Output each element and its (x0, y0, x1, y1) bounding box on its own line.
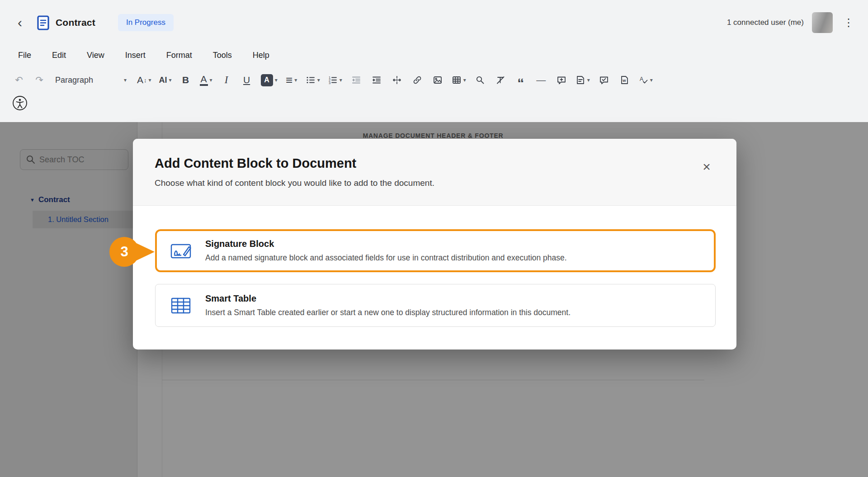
back-button[interactable]: ‹ (11, 14, 29, 32)
highlight-icon: A (261, 74, 273, 86)
indent-icon[interactable] (368, 70, 385, 90)
modal-body: Signature Block Add a named signature bl… (133, 206, 736, 327)
option-text: Smart Table Insert a Smart Table created… (205, 293, 571, 317)
menu-tools[interactable]: Tools (213, 51, 232, 60)
font-size-icon: A (137, 75, 143, 85)
export-word-icon[interactable]: W (616, 70, 632, 90)
connected-users-label: 1 connected user (me) (727, 18, 804, 27)
italic-icon[interactable]: I (218, 70, 235, 90)
option-text: Signature Block Add a named signature bl… (205, 239, 567, 263)
insert-template-dropdown[interactable]: ▾ (574, 70, 592, 90)
insert-image-icon[interactable] (429, 70, 446, 90)
add-comment-icon[interactable] (553, 70, 570, 90)
spellcheck-icon: A (638, 75, 648, 85)
svg-text:W: W (623, 79, 626, 83)
chevron-down-icon: ▾ (340, 77, 342, 83)
secondary-toolbar (0, 95, 868, 122)
avatar[interactable] (812, 12, 833, 33)
table-icon (452, 75, 462, 85)
insert-table-dropdown[interactable]: ▾ (450, 70, 468, 90)
option-title: Smart Table (205, 293, 571, 304)
font-size-arrows-icon: ↕ (144, 77, 147, 84)
chevron-down-icon: ▾ (124, 77, 127, 83)
page-title: Contract (56, 17, 95, 28)
modal-subtitle: Choose what kind of content block you wo… (155, 178, 715, 188)
undo-icon[interactable]: ↶ (11, 70, 27, 90)
chevron-down-icon: ▾ (210, 77, 212, 83)
chevron-down-icon: ▾ (650, 77, 653, 83)
chevron-down-icon: ▾ (317, 77, 320, 83)
smart-table-icon (169, 295, 193, 316)
option-title: Signature Block (205, 239, 567, 249)
toolbar: ↶ ↷ Paragraph ▾ A↕ ▾ AI ▾ B A ▾ I U (0, 65, 868, 95)
close-icon[interactable]: × (697, 157, 717, 177)
paragraph-style-label: Paragraph (55, 76, 93, 85)
paragraph-style-dropdown[interactable]: Paragraph ▾ (52, 70, 131, 90)
modal-title: Add Content Block to Document (155, 156, 715, 171)
option-signature-block[interactable]: Signature Block Add a named signature bl… (155, 229, 716, 272)
header-right: 1 connected user (me) ⋮ (727, 12, 856, 33)
redo-icon[interactable]: ↷ (31, 70, 47, 90)
step-number: 3 (120, 244, 128, 260)
ai-assist-dropdown[interactable]: AI ▾ (157, 70, 174, 90)
signature-block-icon (169, 240, 193, 262)
align-icon: ≡ (286, 73, 292, 87)
chevron-down-icon: ▾ (587, 77, 590, 83)
comments-icon[interactable] (596, 70, 612, 90)
chevron-down-icon: ▾ (169, 77, 172, 83)
app-window: ‹ Contract In Progress 1 connected user … (0, 0, 868, 477)
clear-formatting-icon[interactable] (492, 70, 509, 90)
add-content-block-modal: Add Content Block to Document Choose wha… (133, 139, 736, 349)
underline-icon[interactable]: U (239, 70, 255, 90)
menu-help[interactable]: Help (253, 51, 269, 60)
chevron-down-icon: ▾ (275, 77, 278, 83)
bullet-list-dropdown[interactable]: ▾ (304, 70, 322, 90)
menu-view[interactable]: View (87, 51, 104, 60)
blockquote-icon[interactable]: “ (513, 70, 529, 90)
menubar: File Edit View Insert Format Tools Help (0, 45, 868, 65)
find-replace-icon[interactable] (472, 70, 488, 90)
align-dropdown[interactable]: ≡ ▾ (283, 70, 300, 90)
spellcheck-dropdown[interactable]: A ▾ (637, 70, 655, 90)
overflow-menu-icon[interactable]: ⋮ (841, 14, 856, 32)
numbered-list-dropdown[interactable]: 1 2 3 ▾ (326, 70, 344, 90)
document-icon (37, 15, 49, 30)
svg-text:A: A (640, 76, 643, 82)
option-smart-table[interactable]: Smart Table Insert a Smart Table created… (155, 284, 716, 327)
menu-insert[interactable]: Insert (125, 51, 146, 60)
option-description: Insert a Smart Table created earlier or … (205, 308, 571, 317)
horizontal-rule-icon[interactable]: — (533, 70, 549, 90)
svg-text:3: 3 (329, 81, 330, 85)
link-icon[interactable] (409, 70, 425, 90)
ai-icon: AI (159, 76, 167, 85)
menu-file[interactable]: File (18, 51, 31, 60)
bullet-list-icon (306, 75, 316, 85)
font-color-icon: A (200, 74, 208, 86)
font-color-dropdown[interactable]: A ▾ (198, 70, 214, 90)
menu-format[interactable]: Format (166, 51, 192, 60)
numbered-list-icon: 1 2 3 (328, 75, 338, 85)
status-badge: In Progress (118, 14, 174, 31)
outdent-icon[interactable] (348, 70, 364, 90)
header-bar: ‹ Contract In Progress 1 connected user … (0, 0, 868, 45)
modal-header: Add Content Block to Document Choose wha… (133, 139, 736, 206)
chevron-down-icon: ▾ (294, 77, 297, 83)
option-description: Add a named signature block and associat… (205, 253, 567, 263)
page-break-icon[interactable] (389, 70, 405, 90)
chevron-down-icon: ▾ (463, 77, 466, 83)
step-annotation-badge: 3 (109, 237, 139, 267)
top-chrome: ‹ Contract In Progress 1 connected user … (0, 0, 868, 122)
accessibility-icon[interactable] (12, 95, 28, 113)
highlight-color-dropdown[interactable]: A ▾ (259, 70, 279, 90)
menu-edit[interactable]: Edit (52, 51, 66, 60)
bold-icon[interactable]: B (178, 70, 194, 90)
font-size-dropdown[interactable]: A↕ ▾ (135, 70, 153, 90)
edit-document-icon (576, 75, 585, 85)
chevron-down-icon: ▾ (149, 77, 151, 83)
